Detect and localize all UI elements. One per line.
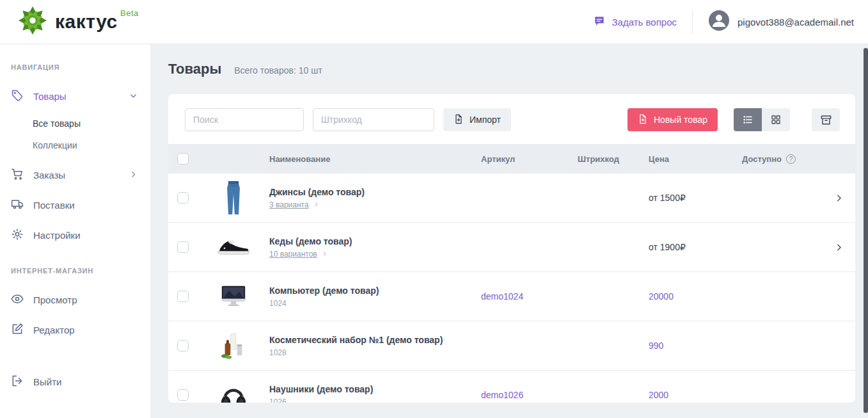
- file-import-icon: [454, 114, 464, 126]
- expand-row-button[interactable]: [822, 243, 855, 252]
- product-code: 1026: [269, 398, 481, 403]
- ask-question-button[interactable]: Задать вопрос: [593, 15, 677, 29]
- header-divider: [692, 10, 693, 34]
- products-card: Импорт Новый товар: [168, 94, 855, 403]
- product-sku: demo1026: [481, 390, 578, 400]
- new-product-button[interactable]: Новый товар: [627, 108, 718, 131]
- search-input[interactable]: [185, 108, 304, 131]
- sidebar-item-products[interactable]: Товары: [0, 81, 150, 111]
- chevron-right-icon: [834, 243, 844, 252]
- product-image-sneakers: [198, 238, 269, 256]
- chevron-right-icon: [313, 202, 319, 207]
- product-name: Джинсы (демо товар): [269, 187, 481, 197]
- sidebar-item-label: Выйти: [33, 376, 138, 387]
- sidebar: НАВИГАЦИЯ Товары Все товары Коллекции: [0, 44, 151, 418]
- row-checkbox[interactable]: [177, 340, 189, 351]
- column-header-sku: Артикул: [481, 154, 578, 164]
- product-code: 1024: [269, 299, 481, 308]
- table-row[interactable]: Наушники (демо товар) 1026 demo1026 2000: [168, 371, 855, 403]
- avatar-icon: [708, 10, 730, 34]
- chat-icon: [593, 15, 606, 29]
- help-icon[interactable]: ?: [786, 154, 796, 164]
- user-email: pigovot388@academail.net: [738, 17, 854, 28]
- sidebar-section-shop: ИНТЕРНЕТ-МАГАЗИН: [11, 267, 150, 275]
- main-content: Товары Всего товаров: 10 шт Импорт: [151, 44, 868, 418]
- product-image-computer: [198, 284, 269, 309]
- truck-icon: [11, 198, 24, 213]
- product-image-headphones: [198, 380, 269, 403]
- sidebar-item-label: Поставки: [33, 200, 138, 211]
- sidebar-item-label: Редактор: [33, 325, 138, 335]
- import-button[interactable]: Импорт: [443, 108, 511, 131]
- archive-button[interactable]: [812, 108, 840, 131]
- beta-badge: Beta: [120, 8, 139, 18]
- barcode-input[interactable]: [313, 108, 434, 131]
- sidebar-item-editor[interactable]: Редактор: [0, 315, 150, 345]
- table-row[interactable]: Косметический набор №1 (демо товар) 1028…: [168, 321, 855, 371]
- chevron-right-icon: [129, 170, 138, 181]
- logo-text: кактус Beta: [55, 11, 118, 33]
- product-image-cosmetics: [198, 331, 269, 360]
- list-view-button[interactable]: [734, 108, 762, 131]
- chevron-right-icon: [834, 193, 844, 203]
- sidebar-item-supplies[interactable]: Поставки: [0, 190, 150, 220]
- product-price: от 1900₽: [649, 242, 742, 252]
- table-row[interactable]: Компьютер (демо товар) 1024 demo1024 200…: [168, 272, 855, 321]
- ask-question-label: Задать вопрос: [612, 17, 677, 28]
- sidebar-item-label: Заказы: [33, 170, 120, 181]
- product-name: Косметический набор №1 (демо товар): [269, 335, 481, 345]
- column-header-price: Цена: [649, 154, 742, 164]
- logout-icon: [11, 374, 24, 389]
- eye-icon: [11, 293, 24, 307]
- sidebar-item-orders[interactable]: Заказы: [0, 160, 150, 190]
- product-price: 2000: [649, 390, 742, 400]
- product-name: Компьютер (демо товар): [269, 285, 481, 296]
- expand-row-button[interactable]: [822, 193, 855, 203]
- products-total-count: Всего товаров: 10 шт: [234, 65, 322, 76]
- sidebar-item-label: Настройки: [33, 230, 138, 241]
- account-menu[interactable]: pigovot388@academail.net: [708, 10, 854, 34]
- products-toolbar: Импорт Новый товар: [168, 94, 855, 144]
- select-all-checkbox[interactable]: [177, 153, 189, 165]
- sidebar-section-navigation: НАВИГАЦИЯ: [11, 63, 150, 71]
- row-checkbox[interactable]: [177, 389, 189, 401]
- sidebar-item-logout[interactable]: Выйти: [0, 367, 150, 397]
- product-code: 1028: [269, 348, 481, 357]
- product-name: Кеды (демо товар): [269, 236, 481, 246]
- scrollbar-thumb[interactable]: [864, 48, 868, 413]
- gear-icon: [11, 228, 24, 243]
- sidebar-item-collections[interactable]: Коллекции: [33, 134, 150, 156]
- product-price: 20000: [649, 291, 742, 301]
- table-row[interactable]: Джинсы (демо товар) 3 варианта от 1500₽: [168, 173, 855, 223]
- sidebar-item-preview[interactable]: Просмотр: [0, 285, 150, 315]
- edit-icon: [11, 323, 24, 337]
- row-checkbox[interactable]: [177, 291, 189, 302]
- sidebar-item-label: Просмотр: [33, 294, 138, 305]
- view-toggle: [734, 108, 790, 131]
- sidebar-item-settings[interactable]: Настройки: [0, 220, 150, 250]
- column-header-name: Наименование: [269, 154, 481, 164]
- row-checkbox[interactable]: [177, 241, 189, 253]
- cart-icon: [11, 168, 24, 182]
- variants-link[interactable]: 3 варианта: [269, 200, 319, 209]
- grid-view-button[interactable]: [762, 108, 790, 131]
- sidebar-item-all-products[interactable]: Все товары: [33, 113, 150, 134]
- chevron-down-icon: [129, 91, 138, 102]
- row-checkbox[interactable]: [177, 192, 189, 204]
- product-price: от 1500₽: [649, 193, 742, 203]
- table-row[interactable]: Кеды (демо товар) 10 вариантов от 1900₽: [168, 223, 855, 272]
- product-name: Наушники (демо товар): [269, 384, 481, 394]
- scrollbar-track: [863, 44, 868, 418]
- product-image-jeans: [198, 179, 269, 217]
- sidebar-item-label: Товары: [33, 91, 120, 102]
- tag-icon: [11, 89, 24, 104]
- variants-link[interactable]: 10 вариантов: [269, 250, 327, 259]
- logo: кактус Beta: [18, 6, 118, 38]
- cactus-logo-icon: [18, 6, 47, 38]
- column-header-available: Доступно ?: [742, 154, 822, 164]
- table-header: Наименование Артикул Штрихкод Цена Досту…: [168, 144, 855, 173]
- product-price: 990: [649, 341, 742, 351]
- top-header: кактус Beta Задать вопрос: [0, 0, 868, 44]
- column-header-barcode: Штрихкод: [578, 154, 649, 164]
- product-sku: demo1024: [481, 291, 578, 301]
